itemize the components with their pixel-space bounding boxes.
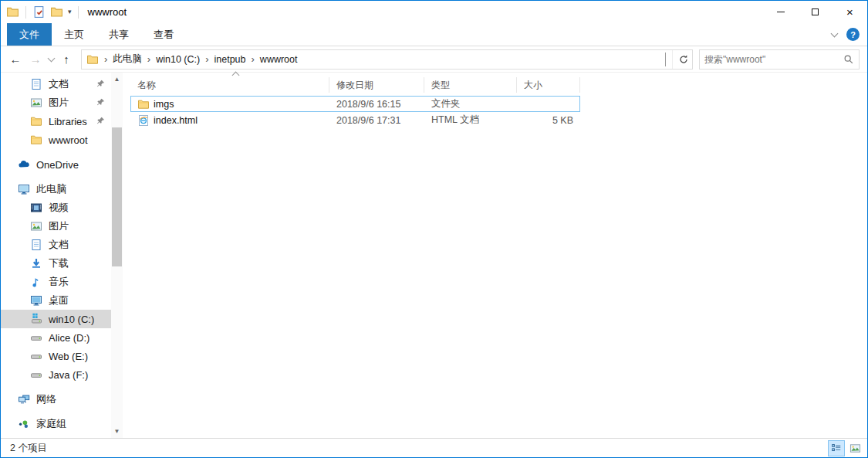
- column-header-date[interactable]: 修改日期: [329, 77, 424, 93]
- sidebar-item[interactable]: 图片: [1, 217, 123, 236]
- sidebar-item[interactable]: 视频: [1, 198, 123, 217]
- close-button[interactable]: ×: [833, 1, 867, 23]
- sidebar-item[interactable]: Web (E:): [1, 347, 123, 365]
- explorer-window: ▾ wwwroot × 文件 主页 共享 查看 ? ← → ↑ › 此电脑: [0, 0, 868, 458]
- file-row[interactable]: index.html2018/9/6 17:31HTML 文档5 KB: [130, 112, 580, 128]
- sidebar-list: 文档图片LibrarieswwwrootOneDrive此电脑视频图片文档下载音…: [1, 75, 123, 433]
- sidebar-item[interactable]: wwwroot: [1, 131, 123, 149]
- sidebar-item[interactable]: 文档: [1, 75, 123, 93]
- sidebar-item-label: 音乐: [49, 275, 69, 289]
- expand-ribbon-icon[interactable]: [831, 29, 839, 37]
- network-icon: [18, 393, 30, 405]
- file-date: 2018/9/6 17:31: [329, 115, 424, 126]
- tab-home[interactable]: 主页: [52, 23, 96, 46]
- tab-view[interactable]: 查看: [141, 23, 186, 46]
- scroll-up-icon[interactable]: ▲: [111, 73, 123, 85]
- drive-icon: [30, 350, 42, 362]
- breadcrumb-drive-c[interactable]: win10 (C:): [153, 54, 203, 65]
- breadcrumb-inetpub[interactable]: inetpub: [211, 54, 249, 65]
- recent-locations-icon[interactable]: [46, 58, 56, 61]
- folder-icon: [30, 134, 42, 146]
- breadcrumb-separator: ›: [145, 53, 153, 65]
- breadcrumb-wwwroot[interactable]: wwwroot: [257, 54, 301, 65]
- up-button[interactable]: ↑: [56, 49, 76, 70]
- address-dropdown-icon[interactable]: [659, 53, 672, 66]
- sidebar-item[interactable]: Java (F:): [1, 365, 123, 384]
- sidebar-item-label: 文档: [49, 77, 69, 91]
- sidebar-item-label: 网络: [36, 392, 56, 406]
- sidebar-item[interactable]: 音乐: [1, 273, 123, 291]
- scrollbar-thumb[interactable]: [112, 127, 122, 266]
- sidebar-item[interactable]: Libraries: [1, 112, 123, 131]
- sidebar-item[interactable]: 桌面: [1, 291, 123, 310]
- picture-icon: [30, 97, 42, 109]
- properties-icon[interactable]: [32, 5, 46, 19]
- search-box[interactable]: [699, 49, 860, 70]
- file-row[interactable]: imgs2018/9/6 16:15文件夹: [130, 96, 580, 112]
- sidebar-item[interactable]: win10 (C:): [1, 310, 123, 328]
- details-view-button[interactable]: [828, 440, 845, 456]
- sidebar-item-label: 此电脑: [36, 182, 66, 196]
- sidebar-item[interactable]: 文档: [1, 236, 123, 254]
- breadcrumb-separator: ›: [203, 53, 211, 65]
- sidebar-item-label: wwwroot: [49, 134, 88, 146]
- sidebar-item[interactable]: Alice (D:): [1, 328, 123, 347]
- maximize-icon: [812, 8, 819, 15]
- search-input[interactable]: [704, 54, 843, 65]
- new-folder-icon[interactable]: [50, 5, 63, 19]
- video-icon: [30, 202, 42, 214]
- sidebar-item-label: 桌面: [49, 293, 69, 307]
- column-headers: 名称 修改日期 类型 大小: [130, 74, 580, 96]
- file-name-cell[interactable]: imgs: [131, 98, 329, 110]
- column-header-name[interactable]: 名称: [130, 77, 329, 93]
- column-header-type[interactable]: 类型: [424, 77, 517, 93]
- onedrive-icon: [18, 158, 30, 171]
- breadcrumb-this-pc[interactable]: 此电脑: [110, 53, 145, 66]
- address-bar[interactable]: › 此电脑 › win10 (C:) › inetpub › wwwroot: [81, 49, 693, 70]
- sidebar-scrollbar[interactable]: ▲ ▼: [111, 73, 123, 438]
- sidebar-item[interactable]: 图片: [1, 93, 123, 112]
- file-type: HTML 文档: [424, 114, 517, 127]
- drive-icon: [30, 368, 42, 381]
- sidebar-item[interactable]: 网络: [1, 390, 123, 409]
- file-name: imgs: [154, 99, 174, 110]
- file-type: 文件夹: [424, 97, 517, 110]
- quick-access-toolbar: ▾: [6, 5, 80, 19]
- scroll-down-icon[interactable]: ▼: [111, 426, 123, 437]
- main-area: 文档图片LibrarieswwwrootOneDrive此电脑视频图片文档下载音…: [1, 73, 867, 438]
- sidebar-item[interactable]: 下载: [1, 254, 123, 273]
- help-icon[interactable]: ?: [846, 28, 860, 41]
- refresh-icon[interactable]: [672, 50, 692, 69]
- sidebar-item[interactable]: OneDrive: [1, 155, 123, 174]
- sidebar-item[interactable]: 家庭组: [1, 415, 123, 433]
- homegroup-icon: [18, 418, 30, 430]
- column-header-size[interactable]: 大小: [517, 77, 580, 93]
- tab-share[interactable]: 共享: [96, 23, 141, 46]
- search-icon[interactable]: [843, 54, 854, 65]
- minimize-icon: [777, 12, 785, 12]
- sidebar-item-label: 图片: [49, 96, 69, 110]
- tab-file[interactable]: 文件: [7, 23, 52, 46]
- sidebar-item-label: OneDrive: [36, 159, 79, 171]
- minimize-button[interactable]: [763, 1, 798, 23]
- back-button[interactable]: ←: [5, 49, 25, 70]
- maximize-button[interactable]: [798, 1, 833, 23]
- pin-icon: [96, 79, 106, 89]
- sidebar-item[interactable]: 此电脑: [1, 180, 123, 198]
- explorer-icon: [6, 5, 19, 19]
- forward-button[interactable]: →: [25, 49, 46, 70]
- title-bar: ▾ wwwroot ×: [1, 1, 867, 23]
- ribbon-tab-bar: 文件 主页 共享 查看 ?: [1, 23, 867, 46]
- status-bar: 2 个项目: [1, 438, 867, 457]
- large-icons-view-button[interactable]: [846, 440, 863, 456]
- picture-icon: [30, 220, 42, 232]
- sidebar-item-label: win10 (C:): [49, 314, 94, 325]
- breadcrumb-separator: ›: [249, 53, 257, 65]
- file-name-cell[interactable]: index.html: [131, 114, 329, 127]
- window-controls: ×: [763, 1, 867, 23]
- ie-page-icon: [137, 114, 150, 127]
- details-view-icon: [831, 443, 842, 453]
- computer-icon: [18, 183, 30, 195]
- qat-dropdown-icon[interactable]: ▾: [68, 8, 72, 15]
- sidebar-item-label: 图片: [49, 219, 69, 233]
